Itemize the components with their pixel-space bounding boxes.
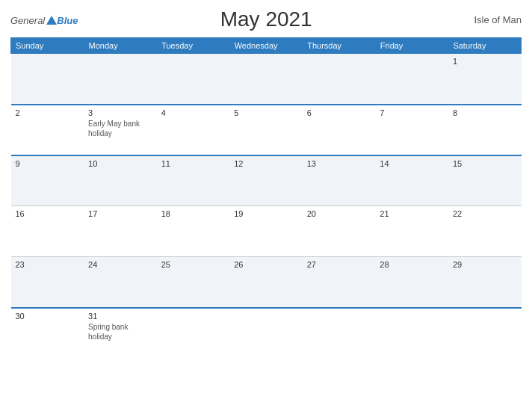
day-number: 17: [88, 209, 152, 218]
day-cell: [303, 308, 376, 359]
day-cell: 23: [11, 257, 84, 308]
week-row-0: 1: [11, 54, 522, 105]
header-sunday: Sunday: [11, 38, 84, 54]
day-number: 7: [380, 108, 444, 117]
day-cell: 17: [84, 206, 157, 257]
day-number: 5: [234, 108, 298, 117]
header-tuesday: Tuesday: [157, 38, 230, 54]
calendar-body: 123Early May bank holiday456789101112131…: [11, 54, 522, 359]
day-number: 20: [307, 209, 371, 218]
day-cell: 25: [157, 257, 230, 308]
day-number: 2: [16, 108, 80, 117]
day-cell: 18: [157, 206, 230, 257]
day-cell: 5: [229, 105, 303, 155]
day-number: 19: [234, 209, 298, 218]
day-cell: [157, 54, 230, 105]
day-cell: 21: [375, 206, 448, 257]
day-number: 26: [234, 260, 298, 269]
day-cell: [448, 308, 522, 359]
week-row-3: 16171819202122: [11, 206, 522, 257]
day-number: 30: [16, 312, 80, 321]
day-number: 21: [380, 209, 444, 218]
day-cell: 8: [448, 105, 522, 155]
holiday-text: Early May bank holiday: [88, 120, 140, 137]
day-number: 13: [307, 159, 371, 168]
day-cell: [303, 54, 376, 105]
day-number: 10: [88, 159, 152, 168]
header-monday: Monday: [84, 38, 157, 54]
region-label: Isle of Man: [454, 14, 522, 25]
day-cell: [157, 308, 230, 359]
day-cell: [375, 308, 448, 359]
day-cell: [375, 54, 448, 105]
day-cell: 13: [303, 155, 376, 206]
day-number: 4: [161, 108, 226, 117]
holiday-text: Spring bank holiday: [88, 323, 128, 341]
day-cell: [229, 54, 303, 105]
logo-blue-text: Blue: [57, 16, 78, 25]
header-thursday: Thursday: [303, 38, 376, 54]
day-number: 31: [88, 312, 152, 321]
day-number: 23: [16, 260, 80, 269]
weekday-header-row: Sunday Monday Tuesday Wednesday Thursday…: [11, 38, 522, 54]
calendar-table: Sunday Monday Tuesday Wednesday Thursday…: [10, 37, 522, 359]
week-row-5: 3031Spring bank holiday: [11, 308, 522, 359]
day-cell: 19: [229, 206, 303, 257]
day-cell: [84, 54, 157, 105]
week-row-4: 23242526272829: [11, 257, 522, 308]
day-cell: 29: [448, 257, 522, 308]
day-number: 18: [161, 209, 226, 218]
day-cell: 2: [11, 105, 84, 155]
day-cell: 11: [157, 155, 230, 206]
calendar-container: General Blue May 2021 Isle of Man Sunday…: [0, 0, 532, 411]
day-cell: [11, 54, 84, 105]
day-number: 24: [88, 260, 152, 269]
day-number: 29: [453, 260, 517, 269]
day-cell: 3Early May bank holiday: [84, 105, 157, 155]
day-cell: 27: [303, 257, 376, 308]
day-number: 25: [161, 260, 226, 269]
day-cell: 20: [303, 206, 376, 257]
day-cell: 1: [448, 54, 522, 105]
day-cell: 16: [11, 206, 84, 257]
day-cell: 31Spring bank holiday: [84, 308, 157, 359]
day-cell: 26: [229, 257, 303, 308]
day-number: 14: [380, 159, 444, 168]
header-saturday: Saturday: [448, 38, 522, 54]
day-cell: 9: [11, 155, 84, 206]
day-cell: 6: [303, 105, 376, 155]
week-row-1: 23Early May bank holiday45678: [11, 105, 522, 155]
logo: General Blue: [10, 13, 78, 25]
day-number: 15: [453, 159, 517, 168]
day-cell: 28: [375, 257, 448, 308]
day-cell: 14: [375, 155, 448, 206]
day-number: 11: [161, 159, 226, 168]
day-number: 6: [307, 108, 371, 117]
day-number: 9: [16, 159, 80, 168]
day-cell: [229, 308, 303, 359]
day-number: 8: [453, 108, 517, 117]
day-number: 3: [88, 108, 152, 117]
logo-triangle-icon: [46, 16, 57, 25]
header-wednesday: Wednesday: [229, 38, 303, 54]
day-number: 12: [234, 159, 298, 168]
logo-general-text: General: [10, 16, 45, 25]
day-number: 27: [307, 260, 371, 269]
calendar-header: General Blue May 2021 Isle of Man: [10, 7, 522, 31]
month-title: May 2021: [78, 7, 454, 31]
day-number: 22: [453, 209, 517, 218]
header-friday: Friday: [375, 38, 448, 54]
day-number: 1: [453, 57, 517, 66]
day-cell: 24: [84, 257, 157, 308]
week-row-2: 9101112131415: [11, 155, 522, 206]
day-cell: 30: [11, 308, 84, 359]
day-number: 28: [380, 260, 444, 269]
day-cell: 4: [157, 105, 230, 155]
day-cell: 15: [448, 155, 522, 206]
day-number: 16: [16, 209, 80, 218]
day-cell: 22: [448, 206, 522, 257]
day-cell: 12: [229, 155, 303, 206]
day-cell: 10: [84, 155, 157, 206]
day-cell: 7: [375, 105, 448, 155]
